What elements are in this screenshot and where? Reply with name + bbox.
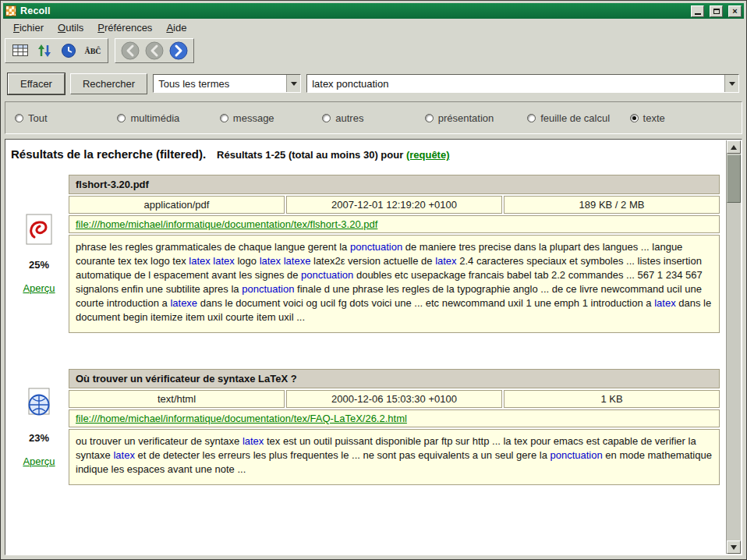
close-button[interactable]: × [728, 5, 742, 17]
window-title: Recoll [20, 5, 685, 16]
html-icon [25, 387, 53, 420]
results-range: 1-25 (total au moins 30) [265, 149, 377, 161]
radio-icon [425, 114, 434, 122]
results-list-view: Résultats de la recherche (filtered).Rés… [6, 140, 726, 554]
recoll-window: Recoll × FichierOutilsPréférencesAide [0, 0, 747, 560]
result-url-link[interactable]: file:///home/michael/informatique/docume… [76, 218, 377, 230]
result-table: Où trouver un vérificateur de syntaxe La… [69, 369, 720, 485]
result-mime: application/pdf [69, 196, 285, 214]
results-title: Résultats de la recherche (filtered). [11, 147, 206, 161]
filter-radio-tout[interactable]: Tout [15, 112, 117, 124]
result-date: 2000-12-06 15:03:30 +0100 [286, 390, 502, 408]
toolgroup-navigation [115, 38, 194, 63]
chevron-down-icon [729, 82, 735, 86]
filter-label: feuille de calcul [540, 112, 610, 124]
radio-icon [527, 114, 536, 122]
spellcheck-icon: ÂBĈ [84, 47, 101, 55]
scroll-track[interactable] [727, 204, 741, 541]
result-size: 1 KB [504, 390, 720, 408]
menu-fichier[interactable]: Fichier [6, 19, 51, 36]
results-summary-connector: pour [381, 149, 403, 161]
maximize-button[interactable] [710, 5, 723, 17]
search-mode-dropdown-button[interactable] [286, 75, 300, 92]
filter-radio-feuille-de-calcul[interactable]: feuille de calcul [527, 112, 629, 124]
filter-radio-presentation[interactable]: présentation [425, 112, 527, 124]
titlebar[interactable]: Recoll × [3, 3, 744, 19]
previous-page-icon [144, 41, 165, 61]
first-page-icon [120, 41, 140, 61]
snippet-text: dans le document voici og ucil fg dots v… [197, 297, 654, 309]
filter-radio-multimedia[interactable]: multimédia [117, 112, 219, 124]
snippet-text: et de detecter les erreurs les plus freq… [135, 449, 551, 461]
radio-icon [630, 114, 639, 122]
filter-label: Tout [28, 112, 48, 124]
previous-page-button[interactable] [143, 41, 165, 60]
highlighted-term: latex [243, 435, 264, 447]
filter-label: multimédia [130, 112, 179, 124]
radio-icon [220, 114, 228, 122]
next-page-button[interactable] [168, 41, 189, 60]
filter-radio-autres[interactable]: autres [322, 112, 424, 124]
result-entry: 25%Aperçuflshort-3.20.pdfapplication/pdf… [9, 175, 720, 333]
radio-icon [322, 114, 331, 122]
history-button[interactable] [58, 41, 80, 60]
menubar: FichierOutilsPréférencesAide [3, 19, 744, 37]
result-left-column: 23%Aperçu [9, 369, 69, 485]
clear-results-button[interactable] [9, 41, 31, 60]
highlighted-term: ponctuation [350, 241, 402, 253]
scroll-thumb[interactable] [727, 154, 741, 203]
highlighted-term: latex latexe [260, 255, 311, 267]
search-mode-select[interactable]: Tous les termes [153, 74, 301, 93]
toolgroup-main: ÂBĈ [5, 38, 108, 63]
filter-radio-texte[interactable]: texte [630, 112, 732, 124]
menu-outils[interactable]: Outils [51, 19, 90, 36]
highlighted-term: ponctuation [550, 449, 602, 461]
sort-by-date-button[interactable] [34, 41, 55, 60]
results-summary: Résultats 1-25 (total au moins 30) pour … [217, 149, 449, 161]
highlighted-term: ponctuation [242, 283, 294, 295]
query-combobox [306, 74, 739, 93]
pdf-icon [25, 214, 53, 247]
filter-label: texte [643, 112, 665, 124]
result-table: flshort-3.20.pdfapplication/pdf2007-12-0… [69, 175, 720, 333]
menu-preferences[interactable]: Préférences [90, 19, 159, 36]
snippet-text: ou trouver un verificateur de syntaxe [76, 435, 243, 447]
clear-search-button[interactable]: Effacer [8, 73, 65, 94]
scroll-down-button[interactable] [727, 541, 741, 554]
query-input[interactable] [307, 75, 724, 92]
highlighted-term: latex [435, 255, 456, 267]
filter-radio-message[interactable]: message [220, 112, 322, 124]
highlighted-term: latexe [170, 297, 197, 309]
sort-arrows-icon [37, 43, 52, 58]
app-icon [5, 5, 16, 16]
result-left-column: 25%Aperçu [9, 175, 69, 333]
result-url-row: file:///home/michael/informatique/docume… [69, 215, 720, 233]
chevron-down-icon [291, 82, 297, 86]
menu-aide[interactable]: Aide [159, 19, 193, 36]
toolbar: ÂBĈ [3, 37, 744, 66]
preview-link[interactable]: Aperçu [23, 455, 55, 467]
snippet-text: latex2ε version actuelle de [310, 255, 435, 267]
radio-icon [15, 114, 23, 122]
preview-link[interactable]: Aperçu [23, 282, 55, 294]
radio-icon [117, 114, 126, 122]
filter-label: message [233, 112, 274, 124]
filter-label: présentation [438, 112, 494, 124]
result-title: flshort-3.20.pdf [69, 175, 720, 194]
highlighted-term: latex latex [189, 255, 235, 267]
result-snippet: phrase les regles grammaticales de chaqu… [69, 235, 720, 333]
result-title: Où trouver un vérificateur de syntaxe La… [69, 369, 720, 388]
search-button[interactable]: Rechercher [70, 73, 147, 94]
scroll-up-button[interactable] [727, 140, 741, 154]
query-link[interactable]: (requête) [406, 149, 450, 161]
relevance-percent: 25% [29, 259, 49, 271]
results-scrollbar[interactable] [726, 140, 741, 554]
minimize-button[interactable] [691, 5, 704, 17]
highlighted-term: latex [113, 449, 134, 461]
term-explorer-button[interactable]: ÂBĈ [82, 41, 104, 60]
snippet-text: logo [235, 255, 260, 267]
first-page-button[interactable] [119, 41, 141, 60]
result-date: 2007-12-01 12:19:20 +0100 [286, 196, 502, 214]
query-history-dropdown-button[interactable] [724, 75, 738, 92]
result-url-link[interactable]: file:///home/michael/informatique/docume… [76, 413, 407, 424]
